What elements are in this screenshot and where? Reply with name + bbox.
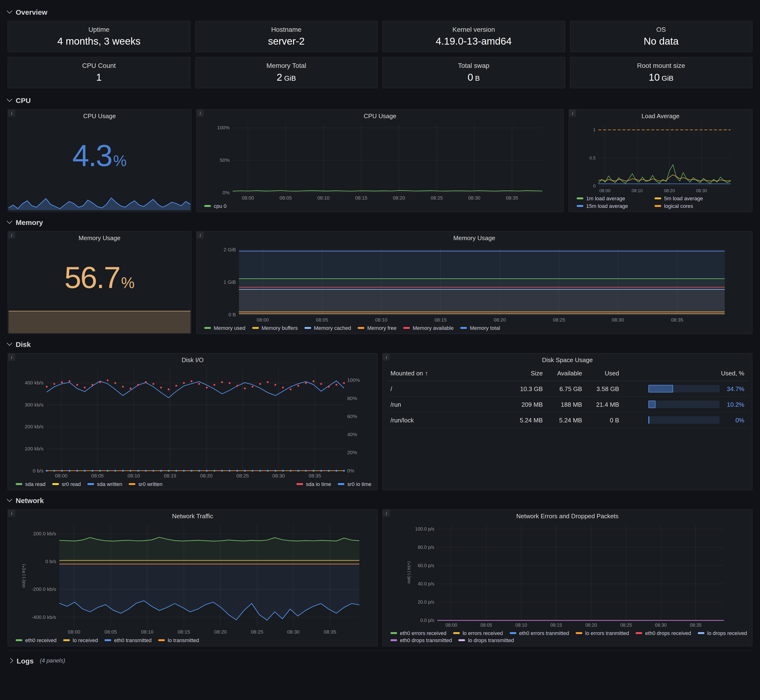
panel-title[interactable]: Network Traffic: [12, 510, 373, 521]
legend-label: lo received: [73, 638, 98, 643]
legend-item[interactable]: Memory buffers: [252, 325, 298, 331]
cpu-usage-legend: cpu 0: [201, 202, 559, 210]
legend-item[interactable]: eth0 errors received: [390, 630, 447, 636]
legend-item[interactable]: sr0 io time: [338, 481, 372, 487]
usage-bar-fill: [649, 416, 649, 424]
legend-item[interactable]: eth0 errors tranmitted: [510, 630, 569, 636]
disk-io-legend-left: sda readsr0 readsda writtensr0 written: [12, 480, 163, 488]
load-average-legend: 1m load average5m load average15m load a…: [573, 194, 748, 210]
legend-item[interactable]: lo errors tranmitted: [576, 630, 629, 636]
panel-title[interactable]: Load Average: [573, 109, 748, 121]
info-icon[interactable]: [197, 231, 204, 239]
usage-percent: 10.2%: [724, 401, 744, 408]
legend-swatch-icon: [338, 483, 345, 485]
info-icon[interactable]: [197, 109, 204, 117]
stat-title: Memory Total: [266, 62, 306, 69]
legend-item[interactable]: eth0 transmitted: [105, 638, 152, 643]
svg-text:0%: 0%: [223, 190, 230, 195]
panel-title[interactable]: Disk I/O: [12, 353, 373, 365]
panel-title[interactable]: CPU Usage: [8, 109, 191, 121]
stat-value: 2GiB: [277, 72, 296, 83]
section-header-disk[interactable]: Disk: [8, 337, 752, 351]
legend-item[interactable]: eth0 received: [16, 638, 56, 643]
usage-bar: [649, 385, 719, 392]
panel-title[interactable]: Memory Usage: [8, 231, 191, 243]
legend-item[interactable]: logical cores: [655, 203, 747, 209]
legend-item[interactable]: sr0 written: [129, 481, 163, 487]
panel-title[interactable]: CPU Usage: [201, 109, 559, 121]
legend-item[interactable]: lo drops received: [698, 630, 747, 636]
network-traffic-chart[interactable]: 200.0 kb/s0 b/s-200.0 kb/s-400.0 kb/s08:…: [12, 521, 373, 636]
section-header-logs[interactable]: Logs (4 panels): [8, 650, 752, 668]
legend-label: cpu 0: [214, 203, 227, 209]
panel-title[interactable]: Network Errors and Dropped Packets: [387, 510, 748, 521]
legend-swatch-icon: [16, 639, 22, 641]
memory-usage-chart[interactable]: 0 B1 GiB2 GiB08:0008:0508:1008:1508:2008…: [201, 243, 748, 323]
svg-text:60%: 60%: [347, 414, 357, 419]
svg-text:08:20: 08:20: [664, 188, 675, 193]
section-header-memory[interactable]: Memory: [8, 215, 752, 229]
column-header-used-pct[interactable]: Used, %: [623, 366, 748, 381]
legend-item[interactable]: cpu 0: [204, 203, 227, 209]
legend-item[interactable]: 15m load average: [577, 203, 648, 209]
legend-item[interactable]: sda read: [16, 481, 45, 487]
legend-item[interactable]: Memory total: [460, 325, 500, 331]
legend-label: lo errors received: [463, 630, 503, 636]
svg-text:60.0 p/s: 60.0 p/s: [418, 563, 434, 568]
panel-title[interactable]: Disk Space Usage: [387, 353, 748, 365]
disk-io-chart[interactable]: 0 b/s100 kb/s200 kb/s300 kb/s400 kb/s0%2…: [12, 365, 373, 480]
legend-item[interactable]: Memory cached: [304, 325, 351, 331]
legend-item[interactable]: Memory free: [358, 325, 396, 331]
legend-item[interactable]: 1m load average: [577, 195, 648, 201]
info-icon[interactable]: [569, 109, 576, 117]
svg-text:out(-) | in(+): out(-) | in(+): [21, 564, 26, 588]
svg-text:0 b/s: 0 b/s: [33, 468, 44, 473]
legend-item[interactable]: lo transmitted: [158, 638, 199, 643]
section-header-network[interactable]: Network: [8, 493, 752, 507]
svg-text:20.0 p/s: 20.0 p/s: [418, 599, 434, 605]
legend-item[interactable]: lo drops transmitted: [459, 638, 514, 643]
svg-text:80%: 80%: [347, 395, 357, 401]
memory-usage-sparkline: [9, 311, 191, 333]
column-header-size[interactable]: Size: [509, 366, 547, 381]
mount-cell: /run: [387, 397, 509, 412]
legend-item[interactable]: sda written: [88, 481, 122, 487]
svg-text:08:10: 08:10: [127, 473, 140, 478]
section-header-overview[interactable]: Overview: [8, 5, 752, 19]
section-title: Memory: [16, 218, 43, 226]
network-errors-chart[interactable]: 0.0 p/s20.0 p/s40.0 p/s60.0 p/s80.0 p/s1…: [387, 521, 748, 629]
panel-title[interactable]: Memory Usage: [201, 231, 748, 243]
svg-text:out(-) | in(+): out(-) | in(+): [406, 561, 411, 583]
legend-item[interactable]: eth0 drops received: [636, 630, 691, 636]
svg-text:08:15: 08:15: [355, 195, 367, 200]
column-header-used[interactable]: Used: [586, 366, 623, 381]
legend-item[interactable]: sr0 read: [52, 481, 81, 487]
legend-item[interactable]: sda io time: [296, 481, 331, 487]
svg-text:100 kb/s: 100 kb/s: [25, 446, 44, 451]
stat-value: 4.19.0-13-amd64: [436, 36, 512, 47]
info-icon[interactable]: [383, 353, 390, 361]
column-header-mounted-on[interactable]: Mounted on↑: [387, 366, 509, 381]
legend-label: sda read: [25, 481, 45, 487]
section-header-cpu[interactable]: CPU: [8, 93, 752, 107]
legend-item[interactable]: lo received: [63, 638, 98, 643]
cpu-usage-chart[interactable]: 0%50%100%08:0008:0508:1008:1508:2008:250…: [201, 121, 559, 202]
info-icon[interactable]: [8, 510, 15, 517]
info-icon[interactable]: [383, 510, 390, 517]
load-average-chart[interactable]: 00.5108:0008:1008:2008:30: [573, 121, 748, 194]
svg-text:300 kb/s: 300 kb/s: [25, 402, 44, 408]
legend-item[interactable]: 5m load average: [655, 195, 747, 201]
svg-text:08:35: 08:35: [324, 629, 336, 634]
info-icon[interactable]: [8, 231, 15, 239]
legend-item[interactable]: Memory used: [204, 325, 245, 331]
info-icon[interactable]: [8, 353, 15, 361]
info-icon[interactable]: [8, 109, 15, 117]
stat-title: Total swap: [458, 62, 489, 69]
panel-disk-space-usage: Disk Space Usage Mounted on↑ Size Availa…: [382, 353, 752, 490]
legend-item[interactable]: eth0 drops transmitted: [390, 638, 452, 643]
legend-swatch-icon: [655, 197, 661, 199]
legend-item[interactable]: lo errors received: [453, 630, 503, 636]
legend-item[interactable]: Memory available: [403, 325, 454, 331]
column-header-available[interactable]: Available: [547, 366, 586, 381]
cpu-usage-sparkline: [9, 191, 191, 211]
